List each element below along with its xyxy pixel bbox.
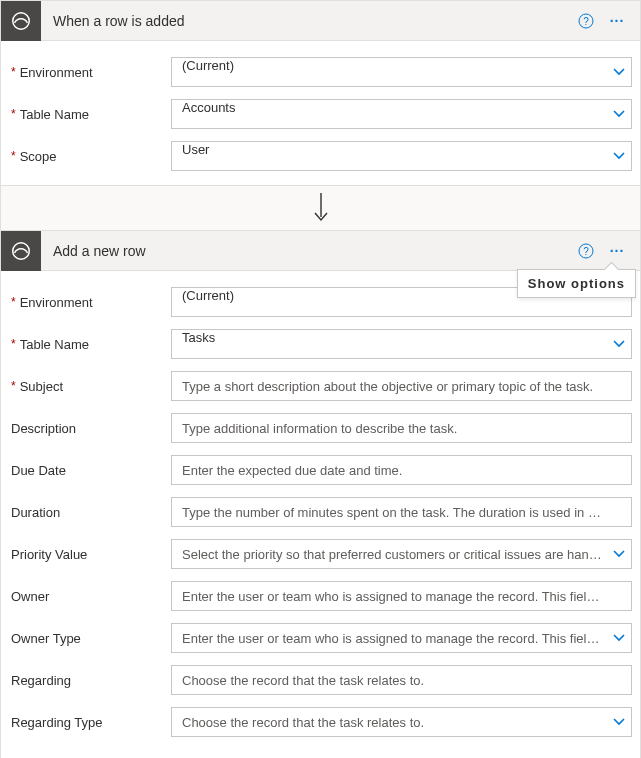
trigger-card: When a row is added ? ··· *Environment (… [0, 0, 641, 186]
dataverse-icon [1, 231, 41, 271]
label-regardingtype: Regarding Type [11, 715, 103, 730]
select-regardingtype[interactable] [171, 707, 632, 737]
label-table: Table Name [20, 337, 89, 352]
label-scope: Scope [20, 149, 57, 164]
select-table[interactable]: Accounts [171, 99, 632, 129]
input-description[interactable] [171, 413, 632, 443]
label-environment: Environment [20, 295, 93, 310]
label-description: Description [11, 421, 76, 436]
action-card: Add a new row ? ··· Show options *Enviro… [0, 230, 641, 758]
flow-arrow [0, 186, 641, 230]
label-environment: Environment [20, 65, 93, 80]
select-ownertype[interactable] [171, 623, 632, 653]
input-duration[interactable] [171, 497, 632, 527]
select-environment[interactable]: (Current) [171, 57, 632, 87]
field-action-table: *Table Name Tasks [9, 329, 632, 359]
field-action-regardingtype: Regarding Type [9, 707, 632, 737]
trigger-title: When a row is added [41, 13, 572, 29]
field-action-ownertype: Owner Type [9, 623, 632, 653]
more-menu-icon[interactable]: ··· Show options [600, 231, 634, 271]
select-priority[interactable] [171, 539, 632, 569]
input-owner[interactable] [171, 581, 632, 611]
trigger-header[interactable]: When a row is added ? ··· [1, 1, 640, 41]
field-action-owner: Owner [9, 581, 632, 611]
dataverse-icon [1, 1, 41, 41]
field-trigger-table: *Table Name Accounts [9, 99, 632, 129]
field-action-description: Description [9, 413, 632, 443]
label-duedate: Due Date [11, 463, 66, 478]
action-title: Add a new row [41, 243, 572, 259]
input-subject[interactable] [171, 371, 632, 401]
input-duedate[interactable] [171, 455, 632, 485]
label-regarding: Regarding [11, 673, 71, 688]
input-regarding[interactable] [171, 665, 632, 695]
field-action-duedate: Due Date [9, 455, 632, 485]
field-trigger-scope: *Scope User [9, 141, 632, 171]
field-action-duration: Duration [9, 497, 632, 527]
trigger-body: *Environment (Current) *Table Name Accou… [1, 41, 640, 185]
show-options-tooltip: Show options [517, 269, 636, 298]
field-action-subject: *Subject [9, 371, 632, 401]
action-header[interactable]: Add a new row ? ··· Show options [1, 231, 640, 271]
label-owner: Owner [11, 589, 49, 604]
field-action-priority: Priority Value [9, 539, 632, 569]
field-action-regarding: Regarding [9, 665, 632, 695]
label-priority: Priority Value [11, 547, 87, 562]
svg-text:?: ? [583, 16, 589, 27]
svg-text:?: ? [583, 246, 589, 257]
action-body: *Environment (Current) *Table Name Tasks… [1, 271, 640, 758]
help-icon[interactable]: ? [572, 1, 600, 41]
label-subject: Subject [20, 379, 63, 394]
select-table[interactable]: Tasks [171, 329, 632, 359]
label-ownertype: Owner Type [11, 631, 81, 646]
field-trigger-environment: *Environment (Current) [9, 57, 632, 87]
help-icon[interactable]: ? [572, 231, 600, 271]
select-scope[interactable]: User [171, 141, 632, 171]
label-duration: Duration [11, 505, 60, 520]
label-table: Table Name [20, 107, 89, 122]
more-menu-icon[interactable]: ··· [600, 1, 634, 41]
